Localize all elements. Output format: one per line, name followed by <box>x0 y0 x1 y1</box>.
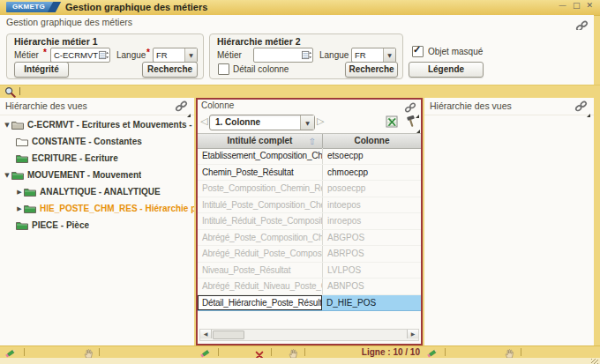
cell-intitule-complet[interactable]: Intitulé_Poste_Composition_Chemin_R <box>198 197 323 213</box>
legende-button[interactable]: Légende <box>409 62 484 78</box>
cell-colonne[interactable]: inroepos <box>323 213 421 229</box>
tree-item[interactable]: ▶HIE_POSTE_CHM_RES - Hiérarchie poste ch… <box>0 200 194 217</box>
cell-intitule-complet[interactable]: Poste_Composition_Chemin_Résultat <box>198 181 323 197</box>
title-bar: GKMETG Gestion graphique des métiers — □… <box>0 0 600 16</box>
cell-colonne[interactable]: etsoecpp <box>323 148 421 164</box>
cell-intitule-complet[interactable]: Abrégé_Poste_Composition_Chemin_R <box>198 230 323 246</box>
folder-green-icon <box>11 170 24 181</box>
langue-select[interactable]: FR ▼ <box>153 48 198 63</box>
table-row[interactable]: Abrégé_Réduit_Poste_Composition_ChABRPOS <box>198 246 421 263</box>
expand-arrow-icon[interactable]: ▶ <box>15 205 24 212</box>
table-row[interactable]: Abrégé_Réduit_Niveau_Poste_ComposABNPOS <box>198 279 421 295</box>
tree-item[interactable]: ▶ANALYTIQUE - ANALYTIQUE <box>0 183 194 200</box>
scrollbar-thumb[interactable] <box>213 331 244 339</box>
collapse-arrow-icon[interactable]: ▼ <box>3 172 11 179</box>
langue-select-2[interactable]: FR ▼ <box>351 48 396 63</box>
tools-icon[interactable] <box>405 115 417 131</box>
folder-green-icon <box>16 153 28 164</box>
table-row[interactable]: Poste_Composition_Chemin_Résultatposoecp… <box>198 181 421 197</box>
recherche-button-1[interactable]: Recherche <box>142 62 198 78</box>
chevron-down-icon[interactable]: ▼ <box>300 115 314 130</box>
integrite-button[interactable]: Intégrité <box>14 62 69 78</box>
metier-label: Métier <box>14 50 39 60</box>
column-header-intitule[interactable]: Intitulé complet ⇧ <box>198 134 323 148</box>
colonne-panel: Colonne ◁ 1. Colonne ▼ ▷ Intit <box>196 98 423 345</box>
metier-label: Métier <box>217 50 242 60</box>
cell-intitule-complet[interactable]: Niveau_Poste_Résultat <box>198 263 323 279</box>
menu-item-gestion[interactable]: Gestion graphique des métiers <box>6 17 132 27</box>
cell-intitule-complet[interactable]: Abrégé_Réduit_Niveau_Poste_Compos <box>198 279 323 294</box>
link-icon[interactable] <box>574 100 588 115</box>
required-marker: * <box>146 48 150 57</box>
objet-masque-label: Objet masqué <box>428 47 483 56</box>
table-row[interactable]: Niveau_Poste_RésultatLVLPOS <box>198 263 421 279</box>
table-row[interactable]: Etablissement_Composition_Chemin_Retsoec… <box>198 148 421 165</box>
table-row[interactable]: Détail_Hiérarchie_Poste_RésultatD_HIE_PO… <box>198 295 421 312</box>
tree-item[interactable]: CONSTANTE - Constantes <box>0 133 194 150</box>
chevron-down-icon[interactable]: ▼ <box>383 48 395 62</box>
tree-item[interactable]: PIECE - Pièce <box>0 217 194 234</box>
metier-field[interactable]: C-ECRMVT <box>50 48 110 63</box>
column-selector[interactable]: 1. Colonne ▼ <box>209 115 315 130</box>
table-row[interactable]: Intitulé_Poste_Composition_Chemin_Rintoe… <box>198 197 421 214</box>
program-code-badge: GKMETG <box>6 2 53 12</box>
prev-column-arrow[interactable]: ◁ <box>200 115 207 127</box>
metier-field-2[interactable] <box>253 48 313 63</box>
lookup-icon[interactable] <box>301 50 312 60</box>
cell-intitule-complet[interactable]: Abrégé_Réduit_Poste_Composition_Ch <box>198 246 323 262</box>
cell-intitule-complet[interactable]: Chemin_Poste_Résultat <box>198 165 323 181</box>
window-bottom-edge <box>0 358 600 364</box>
link-icon[interactable] <box>175 100 188 115</box>
cell-intitule-complet[interactable]: Etablissement_Composition_Chemin_R <box>198 148 323 164</box>
scroll-left-arrow[interactable]: ◀ <box>200 330 212 338</box>
cell-colonne[interactable]: intoepos <box>323 197 421 213</box>
lookup-icon[interactable] <box>98 50 109 60</box>
table-row[interactable]: Chemin_Poste_Résultatchmoecpp <box>198 165 421 182</box>
minimize-button[interactable]: — <box>559 1 566 10</box>
filter-toolbar <box>0 85 600 99</box>
horizontal-scrollbar[interactable]: ◀ ▶ <box>199 329 419 341</box>
line-counter: Ligne : 10 / 10 <box>346 347 420 357</box>
folder-green-icon <box>24 204 36 214</box>
resize-grip[interactable] <box>591 359 598 364</box>
cell-colonne[interactable]: posoecpp <box>323 181 421 197</box>
export-excel-icon[interactable] <box>386 115 398 131</box>
colonne-panel-title: Colonne <box>201 100 234 110</box>
cell-colonne[interactable]: D_HIE_POS <box>322 295 421 311</box>
table-row[interactable]: Intitulé_Réduit_Poste_Composition_Chinro… <box>198 213 421 230</box>
tree-item[interactable]: ▼MOUVEMENT - Mouvement <box>0 167 194 183</box>
tree-item-label: CONSTANTE - Constantes <box>32 137 142 146</box>
cell-colonne[interactable]: LVLPOS <box>323 263 421 279</box>
maximize-button[interactable]: □ <box>573 1 581 10</box>
sort-ascending-icon[interactable]: ⇧ <box>309 135 316 148</box>
right-hierarchy-panel: Hiérarchie des vues <box>424 98 594 345</box>
langue-label: Langue <box>116 50 146 60</box>
objet-masque-checkbox[interactable] <box>412 46 424 57</box>
scroll-right-arrow[interactable]: ▶ <box>407 330 418 338</box>
cell-intitule-complet[interactable]: Détail_Hiérarchie_Poste_Résultat <box>198 295 322 311</box>
close-button[interactable]: ✕ <box>586 1 593 10</box>
next-column-arrow[interactable]: ▷ <box>317 115 324 127</box>
expand-arrow-icon[interactable]: ▶ <box>15 189 24 196</box>
column-header-colonne[interactable]: Colonne <box>323 134 421 148</box>
detail-colonne-label: Détail colonne <box>233 64 289 74</box>
cell-colonne[interactable]: ABNPOS <box>323 279 421 294</box>
folder-green-icon <box>24 187 36 197</box>
tree-item[interactable]: ▼C-ECRMVT - Ecritures et Mouvements - Cl… <box>0 116 194 133</box>
chevron-down-icon[interactable]: ▼ <box>184 48 197 62</box>
cell-colonne[interactable]: ABGPOS <box>323 230 421 246</box>
window-title: Gestion graphique des métiers <box>65 0 207 15</box>
table-row[interactable]: Abrégé_Poste_Composition_Chemin_RABGPOS <box>198 230 421 247</box>
recherche-button-2[interactable]: Recherche <box>345 62 398 78</box>
collapse-arrow-icon[interactable]: ▼ <box>3 122 11 129</box>
tree-item[interactable]: ECRITURE - Ecriture <box>0 150 194 167</box>
tree-item-label: ANALYTIQUE - ANALYTIQUE <box>40 187 161 197</box>
form-area: Hiérarchie métier 1 Métier * C-ECRMVT La… <box>0 30 594 85</box>
cell-colonne[interactable]: chmoecpp <box>323 165 421 181</box>
tree-item-label: PIECE - Pièce <box>32 220 89 230</box>
cell-colonne[interactable]: ABRPOS <box>323 246 421 262</box>
left-panel-title: Hiérarchie des vues <box>5 100 87 111</box>
tree-item-label: C-ECRMVT - Ecritures et Mouvements - Cli… <box>27 120 194 130</box>
detail-colonne-checkbox[interactable] <box>218 63 229 75</box>
cell-intitule-complet[interactable]: Intitulé_Réduit_Poste_Composition_Ch <box>198 213 323 229</box>
